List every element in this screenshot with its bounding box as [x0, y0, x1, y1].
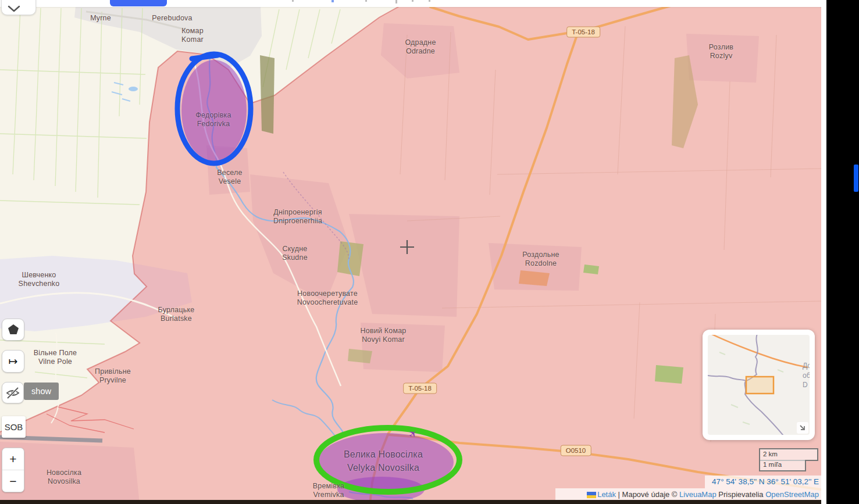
- map-label-vilne-pole: Вільне ПолеVilne Pole: [34, 349, 77, 366]
- minimap-label-fragment: D: [803, 381, 808, 389]
- sob-button[interactable]: SOB: [2, 416, 26, 438]
- liveuamap-link[interactable]: LiveuaMap: [679, 489, 717, 501]
- map-data-text: Mapové údaje ©: [622, 489, 679, 501]
- toolbar-primary-button[interactable]: [110, 0, 167, 6]
- cropped-toolbar-glyph: [365, 0, 367, 2]
- blue-circle-tail: [192, 55, 218, 59]
- cropped-toolbar-glyph: [429, 0, 430, 2]
- contributors-text: Prispievatelia: [717, 489, 766, 501]
- bottom-strip: [0, 500, 821, 504]
- app-window: Myrne Perebudova КомарKomar ОдраднеOdrad…: [0, 0, 859, 504]
- attribution-separator: |: [616, 489, 622, 501]
- mapsto-arrow-icon: ↦: [9, 355, 18, 368]
- minimap-label-fragment: об: [803, 371, 810, 380]
- map-label-odradne: ОдраднеOdradne: [405, 38, 436, 56]
- cropped-toolbar-glyph: [292, 0, 294, 2]
- side-panel-collapsed: [826, 0, 859, 504]
- map-label-vesele: ВеселеVesele: [217, 169, 243, 186]
- panel-gap: [821, 0, 826, 504]
- map-label-rozdolne: РоздольнеRozdolne: [522, 251, 559, 268]
- map-viewport[interactable]: Myrne Perebudova КомарKomar ОдраднеOdrad…: [0, 0, 821, 504]
- map-label-vremivka: ВремівкаVremivka: [313, 482, 345, 499]
- minimap-road: [711, 335, 808, 367]
- ukraine-flag-icon: [587, 492, 596, 498]
- measure-distance-button[interactable]: ↦: [2, 350, 24, 373]
- mouse-coordinates: 47° 54' 38,5'' N 36° 51' 03,2'' E: [705, 476, 821, 488]
- map-label-perebudova: Perebudova: [152, 14, 192, 23]
- minimap-panel: До об D: [703, 330, 815, 440]
- pentagon-icon: [6, 323, 20, 337]
- streams: [112, 83, 130, 101]
- pond: [129, 87, 138, 91]
- toolbar-cropped: [0, 0, 826, 7]
- purple-area-fedorivka[interactable]: [181, 60, 247, 161]
- resize-se-icon: [799, 424, 806, 431]
- map-label-myrne: Myrne: [90, 14, 111, 23]
- show-button[interactable]: show: [24, 383, 59, 400]
- hide-layers-button[interactable]: [2, 382, 24, 403]
- collapse-toolbar-button[interactable]: [1, 0, 36, 15]
- minimap-viewport-rect[interactable]: [746, 377, 774, 394]
- eye-off-icon: [5, 386, 20, 400]
- map-label-novoocheretuvate: НовоочеретуватеNovoocheretuvate: [297, 289, 358, 307]
- map-label-dniproenerhiia: ДніпроенергіяDniproenerhiia: [273, 208, 322, 226]
- map-label-rozlyv: РозливRozlyv: [709, 43, 733, 60]
- attribution-bar: Leták | Mapové údaje © LiveuaMap Prispie…: [555, 488, 821, 501]
- road-badge-t0518-north: T-05-18: [566, 27, 600, 38]
- map-label-shevchenko: ШевченкоShevchenko: [19, 271, 60, 288]
- chevron-down-icon: [6, 5, 22, 13]
- minimap-map[interactable]: До об D: [708, 335, 810, 435]
- map-label-pryvilne: ПривільнеPryvilne: [95, 367, 131, 385]
- zoom-control: + −: [2, 448, 24, 492]
- map-label-fedorivka: ФедорівкаFedorivka: [195, 111, 231, 128]
- map-label-skudne: СкуднеSkudne: [282, 245, 308, 262]
- cropped-toolbar-glyph: [395, 0, 397, 3]
- leaflet-link[interactable]: Leták: [597, 489, 616, 501]
- cropped-toolbar-glyph: [332, 0, 334, 2]
- road-badge-t0518-south: T-05-18: [403, 383, 437, 394]
- minimap-boundary-branch: [708, 375, 746, 381]
- map-label-komar: КомарKomar: [181, 27, 204, 44]
- zoom-out-button[interactable]: −: [2, 470, 24, 492]
- minimap-label-fragment: До: [803, 362, 810, 370]
- map-label-novyi-komar: Новий КомарNovyi Komar: [361, 327, 407, 344]
- minimap-toggle-button[interactable]: [797, 422, 808, 434]
- zoom-in-button[interactable]: +: [2, 448, 24, 470]
- scale-bar-metric: 2 km: [759, 448, 818, 461]
- map-label-novosilka: НовосілкаNovosilka: [47, 469, 81, 486]
- map-label-burlatske: БурлацькеBurlatske: [158, 306, 195, 323]
- road-badge-o0510: O0510: [561, 445, 591, 456]
- scrollbar-thumb[interactable]: [854, 165, 858, 192]
- cropped-toolbar-glyph: [412, 0, 414, 2]
- draw-polygon-button[interactable]: [2, 319, 24, 341]
- minimap-canvas: [708, 335, 810, 435]
- map-label-velyka-novosilka: Велика НовосілкаVelyka Novosilka: [344, 448, 423, 474]
- openstreetmap-link[interactable]: OpenStreetMap: [765, 489, 819, 501]
- scale-bar-imperial: 1 míľa: [759, 460, 806, 471]
